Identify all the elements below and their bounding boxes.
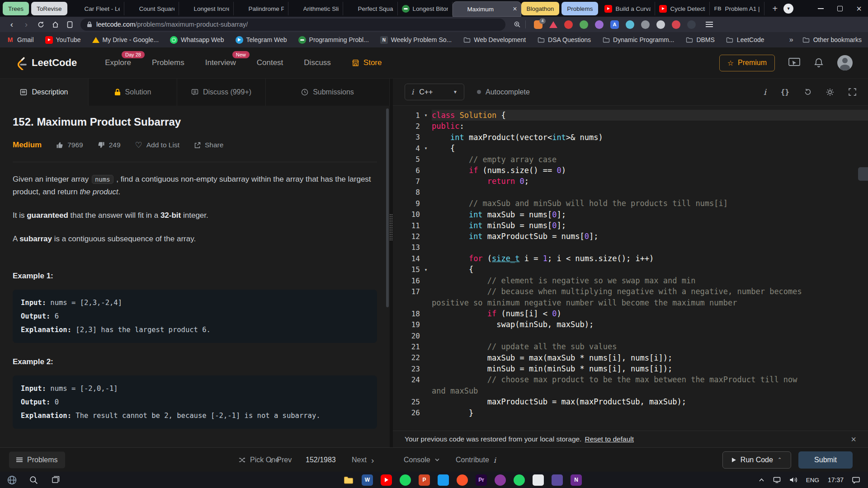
nav-item-problems[interactable]: Problems: [152, 58, 184, 67]
app-icon[interactable]: [533, 474, 544, 486]
notification-center-icon[interactable]: [852, 477, 860, 483]
bookmarks-overflow-icon[interactable]: »: [789, 36, 793, 44]
browser-tab[interactable]: Palindrome P: [234, 2, 288, 15]
extension-icon[interactable]: [672, 20, 680, 29]
browser-tab[interactable]: Longest Incre: [179, 2, 234, 15]
browser-tab[interactable]: ToRevise: [31, 2, 67, 15]
add-to-list-button[interactable]: ♡ Add to List: [135, 140, 179, 150]
zoom-page-icon[interactable]: [510, 18, 524, 31]
fold-arrow-icon[interactable]: ▾: [420, 146, 432, 150]
brave-icon[interactable]: [457, 474, 468, 486]
volume-icon[interactable]: [789, 477, 797, 483]
bell-icon[interactable]: [814, 57, 824, 68]
code-line[interactable]: 8: [393, 187, 868, 198]
dislike-button[interactable]: 249: [98, 141, 121, 149]
extension-icon[interactable]: [641, 20, 650, 29]
network-icon[interactable]: [773, 477, 781, 483]
bookmark-item[interactable]: My Drive - Google...: [92, 36, 159, 44]
nav-item-discuss[interactable]: Discuss: [304, 58, 331, 67]
console-button[interactable]: Console: [404, 456, 439, 464]
bookmark-item[interactable]: NWeekly Problem So...: [380, 36, 452, 44]
new-tab-button[interactable]: +: [768, 2, 782, 15]
reset-code-icon[interactable]: [804, 88, 811, 96]
extension-icon[interactable]: [549, 21, 557, 28]
code-line[interactable]: 1▾class Solution {: [393, 110, 868, 121]
extension-icon[interactable]: [626, 20, 634, 29]
youtube-icon[interactable]: [381, 474, 392, 486]
code-line[interactable]: positive so minimum negative number will…: [393, 297, 868, 308]
spotify-icon[interactable]: [400, 474, 411, 486]
share-button[interactable]: Share: [194, 141, 223, 149]
fold-arrow-icon[interactable]: ▾: [420, 113, 432, 117]
close-icon[interactable]: ×: [856, 4, 862, 13]
code-line[interactable]: 21 // update all the sub values: [393, 341, 868, 352]
vscode-icon[interactable]: [438, 474, 449, 486]
tab-solution[interactable]: Solution: [89, 79, 177, 106]
bookmark-item[interactable]: YouTube: [45, 36, 81, 44]
code-line[interactable]: 15▾ {: [393, 264, 868, 275]
bookmark-item[interactable]: Telegram Web: [236, 36, 287, 44]
panel-divider[interactable]: [390, 79, 393, 447]
bookmark-item[interactable]: Programming Probl...: [298, 36, 369, 44]
sidebar-icon[interactable]: [62, 18, 77, 31]
file-explorer-icon[interactable]: [343, 474, 354, 486]
premium-button[interactable]: ☆ Premium: [719, 55, 775, 71]
bookmark-item[interactable]: Dynamic Programm...: [602, 36, 674, 44]
language-indicator[interactable]: ENG: [806, 477, 819, 483]
bookmark-item[interactable]: DSA Questions: [537, 36, 591, 44]
extension-icon[interactable]: [656, 20, 665, 29]
browser-tab[interactable]: Trees: [3, 2, 29, 15]
tab-discuss[interactable]: Discuss (999+): [177, 79, 266, 106]
code-line[interactable]: 4▾ {: [393, 143, 868, 154]
extension-icon[interactable]: [595, 20, 604, 29]
bookmark-item[interactable]: LeetCode: [726, 36, 764, 44]
extension-icon[interactable]: [564, 20, 573, 29]
code-line[interactable]: 16 // element is negative so we swap max…: [393, 275, 868, 286]
code-line[interactable]: 25 maxProductSub = max(maxProductSub, ma…: [393, 396, 868, 407]
code-line[interactable]: 17 // because when multiplying negative …: [393, 286, 868, 297]
app-icon[interactable]: [552, 474, 563, 486]
format-code-icon[interactable]: {}: [781, 88, 789, 96]
nav-item-explore[interactable]: ExploreDay 28: [105, 58, 131, 67]
browser-tab[interactable]: Blogathon: [521, 2, 560, 15]
back-icon[interactable]: ‹: [5, 18, 19, 31]
task-view-icon[interactable]: [51, 476, 60, 484]
prev-button[interactable]: ‹ Prev: [269, 455, 292, 464]
code-line[interactable]: 13: [393, 242, 868, 253]
fullscreen-icon[interactable]: [849, 88, 856, 96]
extension-icon[interactable]: 4: [534, 20, 542, 29]
code-line[interactable]: 20: [393, 330, 868, 341]
whatsapp-icon[interactable]: [514, 474, 525, 486]
code-line[interactable]: 22 maxSub = max(maxSub * nums[i], nums[i…: [393, 352, 868, 363]
code-line[interactable]: 18 if (nums[i] < 0): [393, 308, 868, 319]
scrollbar-thumb[interactable]: [386, 108, 389, 307]
menu-icon[interactable]: [702, 18, 717, 31]
fold-arrow-icon[interactable]: ▾: [420, 267, 432, 272]
home-icon[interactable]: [48, 18, 62, 31]
tab-close-icon[interactable]: ×: [513, 5, 517, 13]
premiere-icon[interactable]: Pr: [476, 474, 487, 486]
code-line[interactable]: 6 if (nums.size() == 0): [393, 165, 868, 176]
code-line[interactable]: and maxSub: [393, 385, 868, 396]
drag-handle-icon[interactable]: [390, 214, 392, 240]
leetcode-logo[interactable]: LeetCode: [15, 56, 77, 70]
language-select[interactable]: i C++ ▼: [405, 84, 464, 100]
nav-item-contest[interactable]: Contest: [257, 58, 283, 67]
browser-tab[interactable]: Arithmetic Sli: [288, 2, 343, 15]
editor-info-icon[interactable]: i: [764, 87, 766, 97]
app-icon[interactable]: [495, 474, 506, 486]
onenote-icon[interactable]: N: [571, 474, 582, 486]
next-button[interactable]: Next ›: [352, 455, 374, 464]
browser-tab[interactable]: Perfect Squar: [343, 2, 398, 15]
forward-icon[interactable]: ›: [19, 18, 33, 31]
tab-submissions[interactable]: Submissions: [266, 79, 390, 106]
like-button[interactable]: 7969: [56, 141, 83, 149]
search-icon[interactable]: [29, 476, 38, 484]
browser-tab[interactable]: Car Fleet - Le: [70, 2, 124, 15]
code-line[interactable]: 9 // maxSub and minSub will hold the pro…: [393, 198, 868, 209]
code-line[interactable]: 10 int maxSub = nums[0];: [393, 209, 868, 220]
avatar[interactable]: [837, 55, 853, 70]
browser-tab[interactable]: Problems: [561, 2, 598, 15]
browser-tab[interactable]: Build a Curva: [600, 2, 655, 15]
reset-to-default-link[interactable]: Reset to default: [585, 435, 634, 443]
